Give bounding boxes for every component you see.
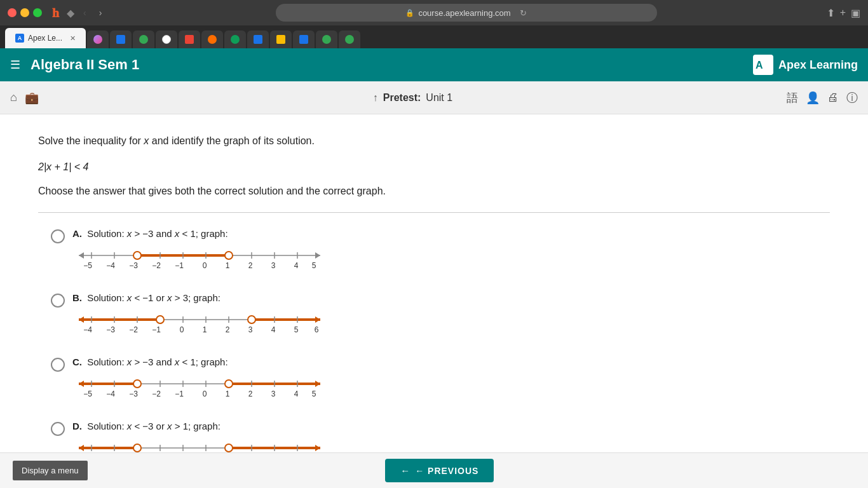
svg-marker-4 <box>79 252 84 259</box>
unit-label: Unit 1 <box>426 92 452 104</box>
option-b-letter: B. <box>72 292 82 303</box>
tab-favicon-6 <box>208 35 217 44</box>
svg-text:0: 0 <box>180 325 184 334</box>
tab-other-9[interactable] <box>270 30 292 48</box>
hamburger-menu[interactable]: ☰ <box>10 58 20 72</box>
display-menu-button[interactable]: Display a menu <box>13 461 88 480</box>
svg-text:−3: −3 <box>106 325 115 334</box>
divider <box>38 212 830 213</box>
svg-point-72 <box>133 380 141 388</box>
svg-text:4: 4 <box>294 390 299 398</box>
active-tab[interactable]: A Apex Le... ✕ <box>5 28 86 48</box>
help-icon[interactable]: ⓘ <box>846 90 858 105</box>
tab-other-5[interactable] <box>179 30 200 48</box>
tab-favicon: A <box>15 34 24 43</box>
svg-text:3: 3 <box>271 261 276 270</box>
tab-other-3[interactable] <box>133 30 154 48</box>
tab-other-8[interactable] <box>247 30 269 48</box>
number-line-b: −4 −3 −2 −1 0 1 2 3 4 5 6 <box>72 307 327 339</box>
print-icon[interactable]: 🖨 <box>827 91 839 104</box>
option-c-solution: Solution: x > −3 and x < 1; graph: <box>87 356 227 367</box>
svg-text:0: 0 <box>203 390 207 398</box>
radio-b[interactable] <box>51 294 65 308</box>
svg-text:4: 4 <box>271 325 276 334</box>
option-c-letter: C. <box>72 356 82 367</box>
svg-text:1: 1 <box>226 261 230 270</box>
option-a: A. Solution: x > −3 and x < 1; graph: <box>51 228 830 274</box>
svg-text:−3: −3 <box>129 261 138 270</box>
reload-icon[interactable]: ↻ <box>520 8 527 18</box>
svg-text:3: 3 <box>271 390 276 398</box>
accessibility-icon[interactable]: 👤 <box>806 91 820 105</box>
toolbar-right-icons: 語 👤 🖨 ⓘ <box>787 90 858 105</box>
radio-d[interactable] <box>51 422 65 436</box>
svg-text:−5: −5 <box>83 261 92 270</box>
tab-other-6[interactable] <box>201 30 223 48</box>
option-b-content: B. Solution: x < −1 or x > 3; graph: <box>72 292 327 339</box>
minimize-btn[interactable] <box>20 8 29 17</box>
tab-other-12[interactable] <box>339 30 360 48</box>
option-d-label: D. Solution: x < −3 or x > 1; graph: <box>72 421 327 431</box>
number-line-c: −5 −4 −3 −2 −1 0 1 2 3 4 5 <box>72 371 327 403</box>
prev-label: ← PREVIOUS <box>415 466 478 476</box>
shield-icon: ◆ <box>67 7 74 19</box>
tab-label: Apex Le... <box>28 34 62 43</box>
apex-logo-text: Apex Learning <box>778 58 858 72</box>
tab-close[interactable]: ✕ <box>70 34 76 43</box>
tab-other-7[interactable] <box>224 30 246 48</box>
svg-text:−4: −4 <box>106 390 115 398</box>
svg-text:−3: −3 <box>129 390 138 398</box>
svg-point-17 <box>225 252 233 259</box>
maximize-btn[interactable] <box>33 8 42 17</box>
question-line1: Solve the inequality for x and identify … <box>38 133 830 149</box>
tab-bar: A Apex Le... ✕ <box>0 25 868 48</box>
radio-c[interactable] <box>51 358 65 372</box>
option-d-solution: Solution: x < −3 or x > 1; graph: <box>87 421 220 431</box>
svg-point-16 <box>133 252 141 259</box>
option-a-label: A. Solution: x > −3 and x < 1; graph: <box>72 228 327 239</box>
svg-text:2: 2 <box>248 390 253 398</box>
option-b-label: B. Solution: x < −1 or x > 3; graph: <box>72 292 327 303</box>
home-icon[interactable]: ⌂ <box>10 91 17 104</box>
svg-point-73 <box>225 380 233 388</box>
svg-text:5: 5 <box>312 390 316 398</box>
tab-other-4[interactable] <box>156 30 177 48</box>
pretest-label: Pretest: <box>383 92 421 104</box>
app-title: Algebra II Sem 1 <box>31 57 753 73</box>
new-tab-icon[interactable]: + <box>840 7 846 18</box>
tab-other-2[interactable] <box>110 30 132 48</box>
svg-text:−4: −4 <box>106 261 115 270</box>
browser-chrome: 𝐡 ◆ ‹ › 🔒 course.apexlearning.com ↻ ⬆ + … <box>0 0 868 25</box>
windows-icon[interactable]: ▣ <box>851 7 860 19</box>
share-icon[interactable]: ⬆ <box>827 7 835 19</box>
tab-favicon-12 <box>345 35 354 44</box>
lock-icon: 🔒 <box>405 9 414 17</box>
svg-text:2: 2 <box>226 325 230 334</box>
answer-options: A. Solution: x > −3 and x < 1; graph: <box>51 228 830 467</box>
svg-text:−1: −1 <box>175 390 184 398</box>
briefcase-icon[interactable]: 💼 <box>25 91 39 105</box>
option-a-content: A. Solution: x > −3 and x < 1; graph: <box>72 228 327 274</box>
svg-point-44 <box>156 316 164 323</box>
main-content: Solve the inequality for x and identify … <box>0 114 868 488</box>
svg-text:−5: −5 <box>83 390 92 398</box>
tab-other-11[interactable] <box>316 30 337 48</box>
option-c: C. Solution: x > −3 and x < 1; graph: <box>51 356 830 403</box>
tab-other-10[interactable] <box>293 30 315 48</box>
tab-other-1[interactable] <box>87 30 109 48</box>
option-d-letter: D. <box>72 421 82 431</box>
svg-text:2: 2 <box>248 261 253 270</box>
up-arrow-icon[interactable]: ↑ <box>373 92 378 104</box>
translate-icon[interactable]: 語 <box>787 90 798 105</box>
tab-favicon-7 <box>231 35 240 44</box>
svg-text:1: 1 <box>226 390 230 398</box>
close-btn[interactable] <box>8 8 17 17</box>
option-a-letter: A. <box>72 228 82 239</box>
back-btn[interactable]: ‹ <box>79 5 90 20</box>
option-c-label: C. Solution: x > −3 and x < 1; graph: <box>72 356 327 367</box>
previous-button[interactable]: ← ← PREVIOUS <box>385 459 494 482</box>
address-bar[interactable]: 🔒 course.apexlearning.com ↻ <box>276 4 657 22</box>
tab-favicon-9 <box>276 35 285 44</box>
radio-a[interactable] <box>51 229 65 243</box>
forward-btn[interactable]: › <box>95 5 106 20</box>
